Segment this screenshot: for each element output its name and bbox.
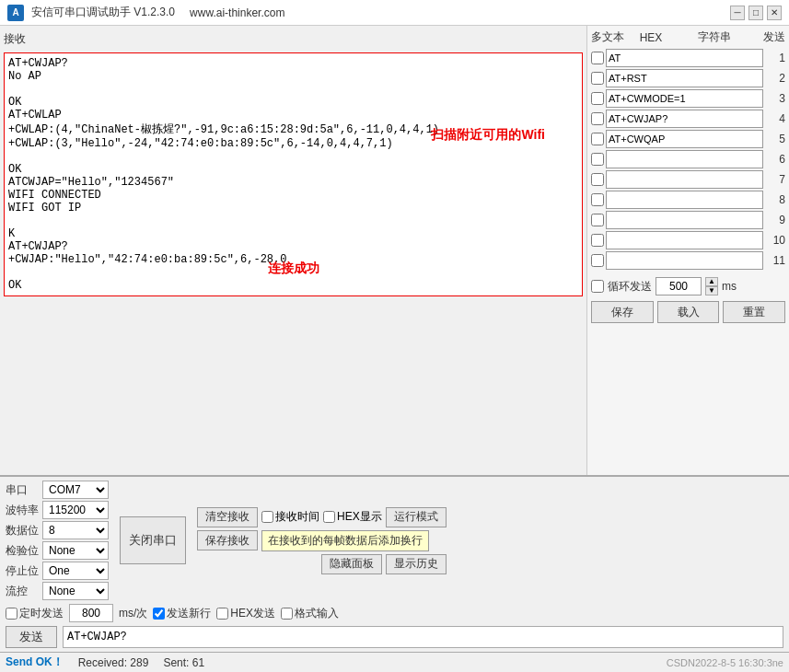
row5-checkbox[interactable] (591, 133, 604, 145)
timed-interval-input[interactable] (69, 604, 113, 622)
hide-panel-button[interactable]: 隐藏面板 (321, 554, 382, 574)
recv-time-checkbox[interactable] (261, 511, 273, 523)
row4-input[interactable] (606, 110, 763, 128)
row10-checkbox[interactable] (591, 234, 604, 247)
row8-checkbox[interactable] (591, 193, 604, 206)
tooltip-box: 在接收到的每帧数据后添加换行 (261, 530, 429, 551)
row5-input[interactable] (606, 130, 763, 148)
row8-num: 8 (765, 193, 785, 206)
multitext-row-2: 2 (591, 69, 785, 87)
flow-select[interactable]: None (42, 582, 109, 600)
data-label: 数据位 (6, 523, 39, 539)
hex-send-label: HEX发送 (230, 606, 275, 621)
row9-num: 9 (765, 214, 785, 226)
open-port-button[interactable]: 关闭串口 (120, 516, 186, 564)
cycle-row: 循环发送 ▲ ▼ ms (591, 275, 785, 297)
cycle-input[interactable] (656, 277, 702, 295)
receive-text: AT+CWJAP? No AP OK AT+CWLAP +CWLAP:(4,"C… (5, 53, 582, 295)
app-icon: A (7, 5, 24, 21)
minimize-button[interactable]: ─ (730, 6, 745, 20)
row6-checkbox[interactable] (591, 153, 604, 166)
data-row: 数据位 8 (6, 521, 109, 539)
port-label: 串口 (6, 482, 39, 498)
load-button[interactable]: 载入 (657, 301, 720, 323)
port-select[interactable]: COM7 (42, 481, 109, 499)
row8-input[interactable] (606, 191, 763, 209)
baud-row: 波特率 115200 (6, 501, 109, 519)
hex-display-label-wrap: HEX显示 (323, 509, 382, 525)
row11-input[interactable] (606, 251, 763, 270)
status-bar: Send OK！ Received: 289 Sent: 61 CSDN2022… (0, 652, 789, 672)
timed-send-checkbox[interactable] (6, 608, 17, 620)
timed-send-label-wrap: 定时发送 (6, 606, 64, 621)
row7-input[interactable] (606, 170, 763, 189)
row4-checkbox[interactable] (591, 112, 604, 125)
scan-label: 扫描附近可用的Wifi (431, 127, 545, 144)
recv-time-label: 接收时间 (275, 509, 319, 525)
row1-checkbox[interactable] (591, 52, 604, 64)
row3-input[interactable] (606, 89, 763, 108)
multitext-row-7: 7 (591, 170, 785, 189)
col-str-label: 字符串 (668, 29, 760, 45)
sent-label: Sent: 61 (163, 656, 204, 669)
reset-button[interactable]: 重置 (723, 301, 785, 323)
bottom-row1: 串口 COM7 波特率 115200 数据位 8 检验位 No (6, 481, 783, 600)
row9-checkbox[interactable] (591, 214, 604, 226)
maximize-button[interactable]: □ (748, 6, 763, 20)
right-panel: 多文本 HEX 字符串 发送 1 2 3 4 5 (586, 26, 789, 475)
save-receive-button[interactable]: 保存接收 (197, 530, 258, 550)
clear-receive-button[interactable]: 清空接收 (197, 507, 258, 527)
close-button[interactable]: ✕ (767, 6, 782, 20)
spinner-down[interactable]: ▼ (705, 286, 718, 295)
hex-send-checkbox[interactable] (216, 608, 228, 620)
check-label: 检验位 (6, 543, 39, 559)
multitext-action-btns: 保存 载入 重置 (591, 301, 785, 323)
send-input[interactable] (63, 626, 783, 648)
cycle-spinner[interactable]: ▲ ▼ (705, 277, 718, 295)
hex-display-label: HEX显示 (337, 509, 382, 525)
row6-input[interactable] (606, 150, 763, 168)
data-select[interactable]: 8 (42, 521, 109, 539)
row11-checkbox[interactable] (591, 254, 604, 267)
send-ok-label: Send OK！ (6, 655, 64, 670)
multitext-row-1: 1 (591, 49, 785, 67)
clear-save-btns: 清空接收 接收时间 HEX显示 运行模式 (197, 507, 447, 527)
row9-input[interactable] (606, 211, 763, 229)
show-history-button[interactable]: 显示历史 (386, 554, 447, 574)
run-mode-button[interactable]: 运行模式 (386, 507, 447, 527)
save-multitext-button[interactable]: 保存 (591, 301, 654, 323)
row10-input[interactable] (606, 231, 763, 249)
spinner-up[interactable]: ▲ (705, 277, 718, 286)
row2-checkbox[interactable] (591, 72, 604, 85)
multitext-row-5: 5 (591, 130, 785, 148)
hex-display-checkbox[interactable] (323, 511, 335, 523)
row10-num: 10 (765, 234, 785, 247)
row5-num: 5 (765, 133, 785, 145)
row3-checkbox[interactable] (591, 92, 604, 105)
row2-num: 2 (765, 72, 785, 85)
format-label-wrap: 格式输入 (281, 606, 339, 621)
format-checkbox[interactable] (281, 608, 293, 620)
app-title: 安信可串口调试助手 V1.2.3.0 (31, 5, 175, 20)
row1-input[interactable] (606, 49, 763, 67)
right-btns: 隐藏面板 显示历史 (321, 554, 447, 574)
hex-send-label-wrap: HEX发送 (216, 606, 275, 621)
row7-num: 7 (765, 173, 785, 186)
check-select[interactable]: None (42, 541, 109, 560)
timed-send-label: 定时发送 (19, 606, 64, 621)
multitext-row-4: 4 (591, 110, 785, 128)
ms-per-label: ms/次 (119, 606, 147, 621)
row7-checkbox[interactable] (591, 173, 604, 186)
main-area: 接收 AT+CWJAP? No AP OK AT+CWLAP +CWLAP:(4… (0, 26, 789, 475)
cycle-checkbox[interactable] (591, 280, 604, 293)
app-url: www.ai-thinker.com (190, 6, 284, 19)
baud-select[interactable]: 115200 (42, 501, 109, 519)
row2-input[interactable] (606, 69, 763, 87)
stop-select[interactable]: One (42, 562, 109, 580)
baud-label: 波特率 (6, 503, 39, 518)
row4-num: 4 (765, 112, 785, 125)
newline-checkbox[interactable] (153, 608, 165, 620)
receive-label: 接收 (4, 29, 583, 49)
multitext-header: 多文本 HEX 字符串 发送 (591, 29, 785, 45)
send-button[interactable]: 发送 (6, 626, 57, 648)
